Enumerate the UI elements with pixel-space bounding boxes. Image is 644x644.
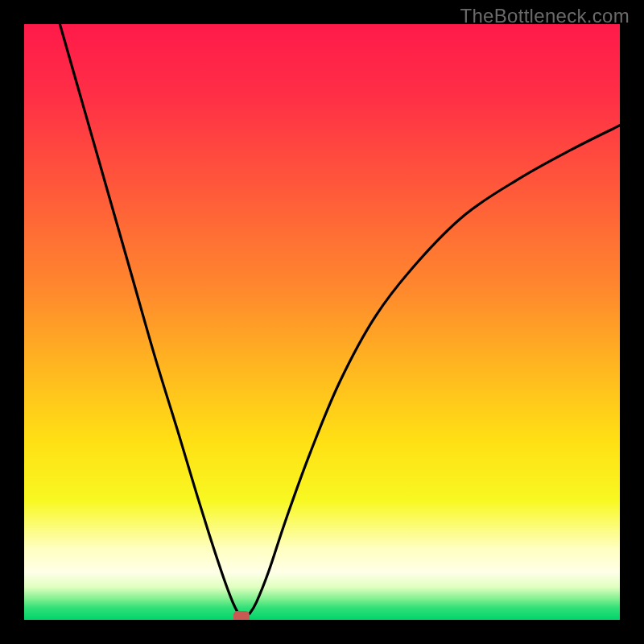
plot-area: [24, 24, 620, 620]
curve-layer: [24, 24, 620, 620]
bottleneck-curve: [60, 24, 620, 618]
watermark-text: TheBottleneck.com: [460, 5, 630, 27]
optimal-marker: [233, 611, 250, 620]
